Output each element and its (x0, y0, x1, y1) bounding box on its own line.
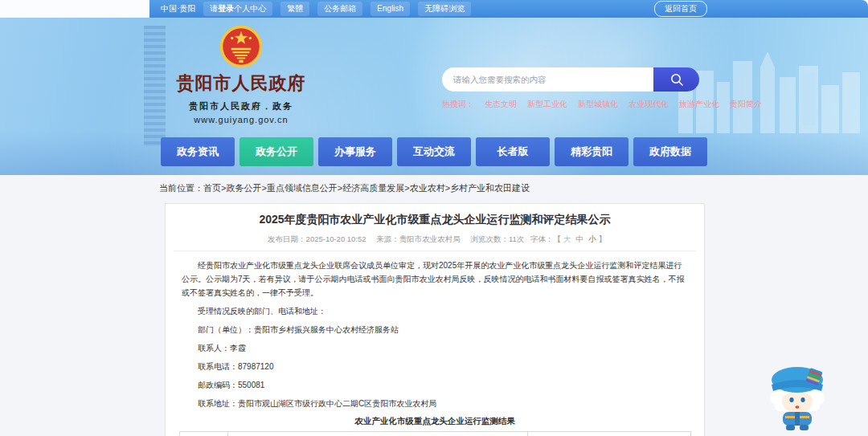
nav-item[interactable]: 政务资讯 (161, 137, 235, 166)
topbar-link[interactable]: 公务邮箱 (317, 2, 362, 16)
topbar-links: 中国·贵阳请登录个人中心繁體公务邮箱English无障碍浏览返回首页 (161, 0, 707, 18)
hot-search-word[interactable]: 生态文明 (485, 99, 517, 110)
hot-search-label: 热搜词： (442, 99, 474, 110)
mascot-assistant[interactable] (762, 357, 833, 430)
hot-search-word[interactable]: 新型城镇化 (578, 99, 618, 110)
site-logo[interactable]: 贵阳市人民政府 贵阳市人民政府．政务 www.guiyang.gov.cn (161, 24, 321, 124)
font-size-medium[interactable]: 中 (575, 234, 583, 243)
publish-date: 发布日期：2025-10-20 10:52 (268, 234, 366, 243)
nav-item[interactable]: 长者版 (476, 137, 550, 166)
article-paragraph: 联系人：李霞 (182, 342, 688, 355)
view-count: 浏览次数：11次 (470, 234, 524, 243)
topbar-link[interactable]: English (371, 2, 410, 16)
topbar-link[interactable]: 无障碍浏览 (418, 2, 471, 16)
topbar-link[interactable]: 请登录个人中心 (203, 2, 272, 16)
hot-search-word[interactable]: 贵阳简介 (730, 99, 762, 110)
article-paragraph: 邮政编码：550081 (182, 379, 688, 392)
meta-divider (174, 251, 696, 251)
nav-item[interactable]: 精彩贵阳 (555, 137, 628, 166)
article-body: 经贵阳市农业产业化市级重点龙头企业联席会议成员单位审定，现对2025年开展的农业… (166, 259, 704, 410)
article-paragraph: 受理情况反映的部门、电话和地址： (182, 305, 688, 318)
search-input[interactable] (442, 67, 653, 92)
home-button[interactable]: 返回首页 (654, 1, 707, 17)
hot-search-word[interactable]: 新型工业化 (527, 99, 567, 110)
article-paragraph: 部门（单位）：贵阳市乡村振兴服务中心农村经济服务站 (182, 324, 688, 336)
topbar-link[interactable]: 中国·贵阳 (161, 3, 195, 14)
article-title: 2025年度贵阳市农业产业化市级重点龙头企业运行监测和评定结果公示 (166, 213, 704, 227)
search-area: 热搜词： 生态文明新型工业化新型城镇化农业现代化旅游产业化贵阳简介 (442, 67, 699, 110)
nav-item[interactable]: 政务公开 (240, 137, 313, 166)
table-header-cell: 企业名称 (227, 432, 527, 436)
national-emblem-icon (218, 24, 264, 69)
search-icon (669, 72, 684, 87)
nav-item[interactable]: 政府数据 (633, 137, 707, 166)
page: 中国·贵阳请登录个人中心繁體公务邮箱English无障碍浏览返回首页 (0, 0, 868, 436)
hot-search-row: 热搜词： 生态文明新型工业化新型城镇化农业现代化旅游产业化贵阳简介 (442, 99, 699, 110)
breadcrumb: 当前位置：首页>政务公开>重点领域信息公开>经济高质量发展>农业农村>乡村产业和… (159, 182, 530, 194)
table-header-row: 序号企业名称监测结果 (179, 432, 690, 436)
city-skyline (675, 37, 868, 133)
table-header-cell: 监测结果 (527, 432, 690, 436)
table-header-cell: 序号 (179, 432, 227, 436)
monitoring-result-table: 序号企业名称监测结果 1贵州合力超市采购有限公司合格2贵州友禾种业有限公司合格3… (179, 431, 691, 436)
main-nav: 政务资讯政务公开办事服务互动交流长者版精彩贵阳政府数据 (161, 137, 707, 166)
breadcrumb-label: 当前位置： (159, 183, 203, 193)
article-card: 2025年度贵阳市农业产业化市级重点龙头企业运行监测和评定结果公示 发布日期：2… (165, 203, 705, 436)
topbar: 中国·贵阳请登录个人中心繁體公务邮箱English无障碍浏览返回首页 (0, 0, 868, 18)
font-size-close: 】 (598, 234, 606, 243)
site-url: www.guiyang.gov.cn (161, 115, 321, 124)
nav-item[interactable]: 互动交流 (397, 137, 471, 166)
font-size-control: 字体：【大中小】 (530, 234, 606, 243)
article-paragraph: 联系地址：贵阳市观山湖区市级行政中心二期C区贵阳市农业农村局 (182, 397, 688, 410)
font-size-large[interactable]: 大 (563, 234, 571, 243)
site-title: 贵阳市人民政府 (161, 71, 321, 96)
hot-search-word[interactable]: 农业现代化 (628, 99, 669, 110)
topbar-link[interactable]: 繁體 (280, 2, 309, 16)
font-size-small[interactable]: 小 (588, 234, 596, 243)
article-paragraph: 联系电话：87987120 (182, 361, 688, 373)
article-paragraph: 经贵阳市农业产业化市级重点龙头企业联席会议成员单位审定，现对2025年开展的农业… (182, 259, 688, 299)
hot-search-word[interactable]: 旅游产业化 (679, 99, 719, 110)
breadcrumb-path[interactable]: 首页>政务公开>重点领域信息公开>经济高质量发展>农业农村>乡村产业和农田建设 (203, 183, 530, 193)
font-size-label: 字体：【 (530, 234, 561, 243)
site-subtitle: 贵阳市人民政府．政务 (161, 100, 321, 112)
table-caption: 农业产业化市级重点龙头企业运行监测结果 (166, 416, 704, 427)
topbar-strip: 中国·贵阳请登录个人中心繁體公务邮箱English无障碍浏览返回首页 (149, 0, 868, 18)
nav-item[interactable]: 办事服务 (318, 137, 392, 166)
article-meta: 发布日期：2025-10-20 10:52 来源：贵阳市农业农村局 浏览次数：1… (166, 234, 704, 245)
article-source: 来源：贵阳市农业农村局 (376, 234, 461, 243)
search-button[interactable] (653, 67, 699, 92)
